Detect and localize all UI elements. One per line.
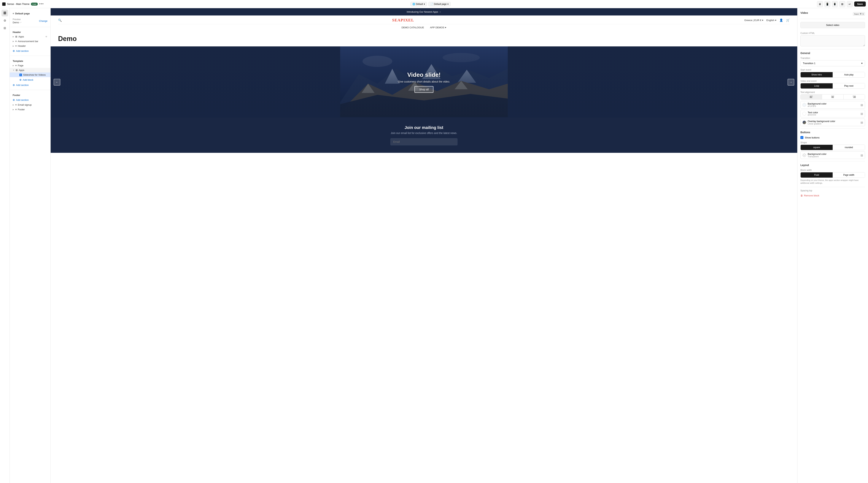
btn-bg-color-row[interactable]: Background color Transparent ▤ — [800, 151, 865, 159]
apps-parent-row[interactable]: ▼ ⊞ Apps — [10, 68, 51, 73]
save-button[interactable]: Save — [854, 1, 866, 6]
chevron-right-icon: ▶ — [13, 36, 14, 38]
svg-rect-1 — [3, 13, 6, 13]
app-demos-label: APP DEMOS — [430, 26, 444, 29]
show-buttons-checkbox[interactable]: ✓ — [800, 136, 803, 139]
announcement-row[interactable]: ▶ ≡ Announcement bar — [10, 39, 51, 44]
preview-change-btn[interactable]: Change — [39, 20, 48, 22]
region-text: Greece | EUR € — [744, 19, 762, 22]
header-section-title: Header — [10, 29, 51, 34]
shop-all-button[interactable]: Shop all — [414, 86, 434, 93]
language-selector[interactable]: English ▾ — [766, 19, 776, 22]
select-video-button[interactable]: Select video — [800, 22, 865, 28]
text-align-group — [800, 94, 865, 100]
region-selector[interactable]: Greece | EUR € ▾ — [744, 19, 764, 22]
s-key: S — [862, 13, 864, 15]
custom-html-input[interactable] — [800, 35, 865, 47]
chevron-down-nav: ▾ — [445, 26, 446, 29]
btn-bg-swatch — [803, 153, 806, 157]
header-row[interactable]: ▶ ≡ Header — [10, 44, 51, 48]
transition-select[interactable]: Transition 1 ▾ — [800, 60, 865, 66]
add-block-btn[interactable]: ⊕ Add block — [10, 77, 51, 82]
bg-color-info: Background color #F1F5F9 — [808, 102, 827, 107]
align-right-btn[interactable] — [844, 94, 865, 99]
email-input[interactable] — [391, 138, 458, 145]
eye-icon[interactable]: 👁 — [45, 35, 48, 38]
page-title: Demo — [58, 35, 790, 43]
text-color-value: #FFFFFF — [808, 114, 818, 116]
default-page-row[interactable]: ≡ Default page — [10, 11, 51, 16]
fluid-btn[interactable]: Fluid — [801, 172, 833, 178]
nav-app-demos[interactable]: APP DEMOS ▾ — [430, 26, 446, 29]
block-width-group: Fluid Page width — [800, 172, 865, 178]
play-next-btn[interactable]: Play next — [833, 83, 865, 88]
sidebar-sections-icon[interactable] — [1, 10, 8, 17]
sidebar-apps-icon[interactable]: ⊞ — [1, 25, 8, 31]
template-section: Template ▶ ≡ Page ▼ ⊞ Apps S Slideshow f… — [10, 57, 51, 88]
preview-demo[interactable]: Demo ↗ — [13, 21, 22, 24]
loop-btn[interactable]: Loop — [801, 83, 833, 88]
page-width-btn[interactable]: Page width — [833, 172, 865, 178]
start-event-group: Show intro Auto play — [800, 72, 865, 78]
slide-content: Video slide! Give customers short detail… — [51, 47, 797, 118]
chevron-down-icon2: ▾ — [447, 3, 448, 5]
text-color-row[interactable]: Text color #FFFFFF ▤ — [800, 110, 865, 117]
nav-demo-catalogue[interactable]: DEMO CATALOGUE — [402, 26, 424, 29]
undo-icon-btn[interactable]: ↩ — [847, 1, 853, 7]
chevron-right-icon4: ▶ — [13, 64, 14, 66]
layout-info: Depending on your theme, the apps sectio… — [800, 179, 865, 184]
btn-bg-label: Background color — [808, 152, 827, 155]
store-nav-top: 🔍 SEAPIXEL Greece | EUR € ▾ English ▾ 👤 … — [58, 18, 790, 23]
canvas-inner: Introducing Our Newest Apps → 🔍 SEAPIXEL… — [51, 8, 797, 483]
left-panel: ≡ Default page Preview Demo ↗ Change Hea… — [10, 8, 51, 483]
more-options-icon[interactable]: ••• — [39, 2, 44, 6]
show-buttons-row[interactable]: ✓ Show buttons — [800, 136, 865, 139]
buttons-title: Buttons — [800, 131, 865, 134]
align-left-btn[interactable] — [801, 94, 822, 99]
default-dropdown[interactable]: 🌐 Default ▾ — [410, 2, 427, 6]
logo-sea: SEA — [392, 18, 401, 22]
default-page-dropdown[interactable]: 📄 Default page ▾ — [428, 2, 451, 6]
grid-icon-btn[interactable]: ⊞ — [839, 1, 845, 7]
overlay-color-row[interactable]: Overlay background color Linear gradient… — [800, 118, 865, 126]
live-badge: Live — [31, 3, 38, 6]
footer-add-section-btn[interactable]: ⊕ Add section — [10, 97, 51, 103]
mobile-icon-btn[interactable]: 📱 — [832, 1, 838, 7]
chevron-down-icon: ▼ — [13, 69, 14, 71]
slideshow-for-videos-item[interactable]: S Slideshow for Videos — [10, 73, 51, 77]
auto-play-btn[interactable]: Auto play — [833, 72, 865, 77]
page-title-area: Demo — [51, 31, 797, 47]
account-icon[interactable]: 👤 — [779, 19, 783, 22]
square-btn[interactable]: square — [801, 145, 833, 150]
header-add-section-btn[interactable]: ⊕ Add section — [10, 48, 51, 54]
align-center-btn[interactable] — [822, 94, 843, 99]
remove-block-btn[interactable]: 🗑 Remove block — [800, 194, 865, 197]
remove-block-label: Remove block — [804, 194, 819, 197]
search-btn[interactable]: 🔍 — [58, 19, 62, 22]
svg-rect-2 — [3, 14, 6, 15]
slide-nav-left[interactable]: ← — [54, 79, 60, 86]
tablet-icon-btn[interactable]: 📱 — [825, 1, 830, 7]
footer-row[interactable]: ▶ ≡ Footer — [10, 107, 51, 112]
default-page-header: ≡ Default page — [10, 10, 51, 17]
arrow-right-icon: → — [789, 81, 793, 84]
template-add-section-btn[interactable]: ⊕ Add section — [10, 82, 51, 88]
background-color-row[interactable]: Background color #F1F5F9 ▤ — [800, 101, 865, 109]
page-row[interactable]: ▶ ≡ Page — [10, 63, 51, 68]
slide-nav-right[interactable]: → — [787, 79, 794, 86]
email-signup-row[interactable]: ▶ ≡ Email signup — [10, 103, 51, 107]
apps-parent-label: Apps — [19, 69, 24, 72]
video-end-label: Video end event — [800, 80, 865, 82]
default-page-label: Default page — [15, 12, 30, 15]
email-label: Email signup — [18, 104, 32, 106]
sidebar-settings-icon[interactable]: ⚙ — [1, 17, 8, 24]
icon-sidebar: ⚙ ⊞ — [0, 8, 10, 483]
spacing-top-label: Spacing top — [800, 189, 865, 192]
apps-row[interactable]: ▶ ⊞ Apps 👁 — [10, 34, 51, 39]
text-color-label: Text color — [808, 111, 818, 114]
bg-color-value: #F1F5F9 — [808, 105, 827, 107]
cart-icon[interactable]: 🛒 — [786, 19, 790, 22]
desktop-icon-btn[interactable]: 🖥 — [817, 1, 823, 7]
rounded-btn[interactable]: rounded — [833, 145, 865, 150]
show-intro-btn[interactable]: Show intro — [801, 72, 833, 77]
